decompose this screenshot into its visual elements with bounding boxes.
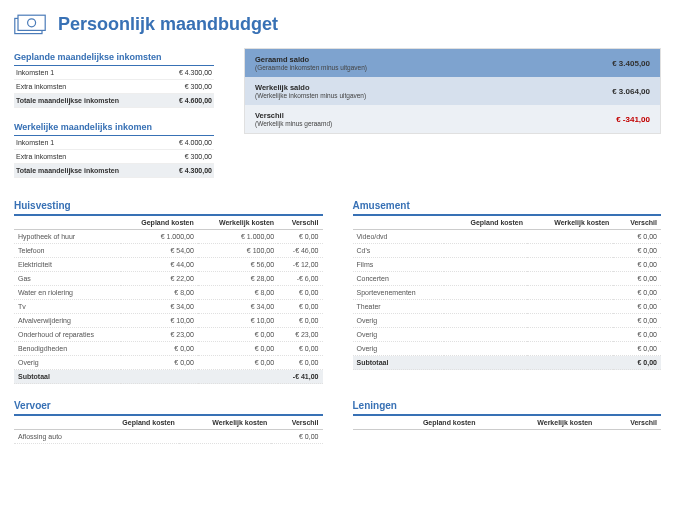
cell: € 23,00 (278, 328, 322, 342)
col-header: Werkelijk kosten (527, 216, 613, 230)
col-header: Gepland kosten (90, 416, 179, 430)
col-header: Werkelijk kosten (198, 216, 278, 230)
cell: € 54,00 (121, 244, 198, 258)
leningen-table: Gepland kostenWerkelijk kostenVerschil (353, 416, 662, 430)
cell: € 34,00 (121, 300, 198, 314)
cell: € 0,00 (121, 342, 198, 356)
row-label: Concerten (353, 272, 445, 286)
cell: € 100,00 (198, 244, 278, 258)
cell: -€ 46,00 (278, 244, 322, 258)
page-header: Persoonlijk maandbudget (14, 12, 661, 36)
col-header: Verschil (271, 416, 322, 430)
col-header: Gepland kosten (444, 216, 527, 230)
amusement-table: Gepland kostenWerkelijk kostenVerschil V… (353, 216, 662, 370)
vervoer-table: Gepland kostenWerkelijk kostenVerschil A… (14, 416, 323, 444)
cell (444, 272, 527, 286)
actual-income-header: Werkelijke maandelijks inkomen (14, 118, 214, 136)
row-label: Telefoon (14, 244, 121, 258)
cell (444, 300, 527, 314)
col-header: Werkelijk kosten (479, 416, 596, 430)
cell: € 0,00 (613, 342, 661, 356)
row-label: Aflossing auto (14, 430, 90, 444)
summary-sublabel: (Werkelijk minus geraamd) (255, 120, 332, 127)
income-total-label: Totale maandelijkse inkomsten (14, 164, 163, 178)
summary-sublabel: (Geraamde inkomsten minus uitgaven) (255, 64, 367, 71)
cell: € 34,00 (198, 300, 278, 314)
cell: € 0,00 (613, 258, 661, 272)
cell: € 0,00 (613, 328, 661, 342)
cell: € 0,00 (278, 300, 322, 314)
row-label: Hypotheek of huur (14, 230, 121, 244)
summary-label: Geraamd saldo (255, 55, 309, 64)
cell: € 0,00 (198, 342, 278, 356)
cell: € 0,00 (198, 328, 278, 342)
income-total-value: € 4.600,00 (163, 94, 215, 108)
summary-value: € 3.064,00 (612, 87, 650, 96)
income-label: Inkomsten 1 (14, 136, 163, 150)
category-header-leningen: Leningen (353, 396, 662, 416)
category-header-huisvesting: Huisvesting (14, 196, 323, 216)
cell: € 1.000,00 (198, 230, 278, 244)
category-header-vervoer: Vervoer (14, 396, 323, 416)
cell: € 22,00 (121, 272, 198, 286)
cell (179, 430, 272, 444)
income-label: Extra inkomsten (14, 80, 163, 94)
row-label: Gas (14, 272, 121, 286)
cell: € 8,00 (198, 286, 278, 300)
cell (527, 286, 613, 300)
subtotal-label: Subtotaal (14, 370, 121, 384)
cell (527, 272, 613, 286)
cell: € 0,00 (278, 314, 322, 328)
row-label: Afvalverwijdering (14, 314, 121, 328)
cell: € 44,00 (121, 258, 198, 272)
cell (444, 258, 527, 272)
row-label: Water en riolering (14, 286, 121, 300)
cell (444, 314, 527, 328)
cell (90, 430, 179, 444)
page-title: Persoonlijk maandbudget (58, 14, 278, 35)
row-label: Overig (353, 342, 445, 356)
cell: € 0,00 (278, 342, 322, 356)
row-label: Theater (353, 300, 445, 314)
cell: € 0,00 (278, 230, 322, 244)
summary-label: Werkelijk saldo (255, 83, 309, 92)
cell (444, 244, 527, 258)
row-label: Video/dvd (353, 230, 445, 244)
cell (444, 230, 527, 244)
planned-income-header: Geplande maandelijkse inkomsten (14, 48, 214, 66)
cell (527, 342, 613, 356)
col-header: Verschil (613, 216, 661, 230)
cell: € 0,00 (613, 314, 661, 328)
summary-box: Geraamd saldo(Geraamde inkomsten minus u… (244, 48, 661, 134)
income-label: Inkomsten 1 (14, 66, 163, 80)
summary-label: Verschil (255, 111, 284, 120)
income-value: € 4.300,00 (163, 66, 215, 80)
income-value: € 4.000,00 (163, 136, 215, 150)
cell: € 0,00 (121, 356, 198, 370)
col-header: Werkelijk kosten (179, 416, 272, 430)
money-icon (14, 12, 46, 36)
summary-value: € -341,00 (616, 115, 650, 124)
col-header: Gepland kosten (367, 416, 479, 430)
row-label: Onderhoud of reparaties (14, 328, 121, 342)
cell: € 0,00 (613, 230, 661, 244)
cell: € 10,00 (121, 314, 198, 328)
cell: € 0,00 (613, 244, 661, 258)
row-label: Films (353, 258, 445, 272)
planned-income-table: Inkomsten 1€ 4.300,00 Extra inkomsten€ 3… (14, 66, 214, 108)
income-label: Extra inkomsten (14, 150, 163, 164)
row-label: Overig (353, 328, 445, 342)
subtotal-value: € 0,00 (613, 356, 661, 370)
cell (527, 230, 613, 244)
cell: € 1.000,00 (121, 230, 198, 244)
summary-difference: Verschil(Werkelijk minus geraamd) € -341… (245, 105, 660, 133)
huisvesting-table: Gepland kostenWerkelijk kostenVerschil H… (14, 216, 323, 384)
subtotal-value: -€ 41,00 (278, 370, 322, 384)
row-label: Elektriciteit (14, 258, 121, 272)
cell (444, 342, 527, 356)
income-value: € 300,00 (163, 150, 215, 164)
summary-value: € 3.405,00 (612, 59, 650, 68)
row-label: Sportevenementen (353, 286, 445, 300)
row-label: Benodigdheden (14, 342, 121, 356)
col-header: Verschil (278, 216, 322, 230)
